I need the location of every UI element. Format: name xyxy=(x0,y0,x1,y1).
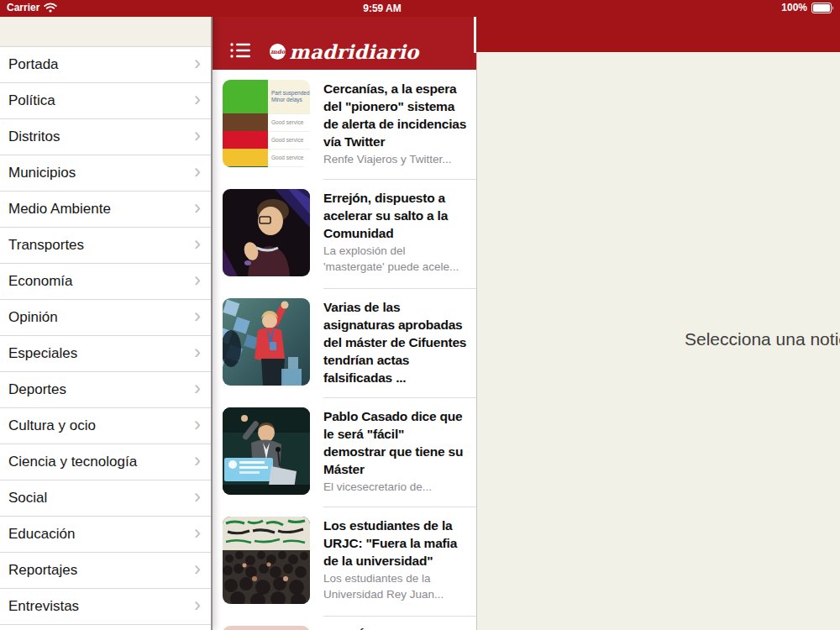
news-item-cifuentes[interactable]: Varias de las asignaturas aprobadas del … xyxy=(213,288,476,397)
news-thumbnail-errejon-photo xyxy=(223,189,310,276)
chevron-right-icon: › xyxy=(194,378,201,398)
sidebar-item-label: Distritos xyxy=(8,129,194,145)
rail-status-label: Minor delays xyxy=(271,97,310,104)
news-item-errejon[interactable]: Errejón, dispuesto a acelerar su salto a… xyxy=(213,179,476,288)
sidebar-item-7[interactable]: Opinión › xyxy=(0,300,211,336)
clock-time: 9:59 AM xyxy=(363,3,402,14)
rail-line-green xyxy=(223,80,268,113)
news-subtitle: Renfe Viajeros y Twitter... xyxy=(323,151,468,167)
sidebar-item-label: Social xyxy=(8,490,194,507)
sidebar-item-label: Deportes xyxy=(8,381,194,398)
chevron-right-icon: › xyxy=(194,306,201,326)
sidebar-item-3[interactable]: Municipios › xyxy=(0,155,211,192)
rail-status-label: Good service xyxy=(271,119,310,127)
chevron-right-icon: › xyxy=(194,161,201,181)
sidebar-menu: Portada › Política › Distritos › Municip… xyxy=(0,47,211,625)
chevron-right-icon: › xyxy=(194,197,201,218)
news-list: Part suspended Minor delays Good service… xyxy=(213,70,476,630)
sidebar-item-label: Cultura y ocio xyxy=(8,417,194,434)
news-thumbnail-urjc-protest-photo xyxy=(223,517,310,604)
wifi-icon xyxy=(44,3,57,13)
chevron-right-icon: › xyxy=(194,342,201,362)
news-title: Pablo Casado dice que le será "fácil" de… xyxy=(323,407,468,478)
news-title: Los estudiantes de la URJC: "Fuera la ma… xyxy=(323,517,468,570)
news-title: Errejón, dispuesto a acelerar su salto a… xyxy=(323,189,468,242)
rail-line-brown xyxy=(223,113,268,131)
sections-sidebar: Portada › Política › Distritos › Municip… xyxy=(0,17,213,630)
sidebar-item-9[interactable]: Deportes › xyxy=(0,372,211,408)
news-item-casado[interactable]: Pablo Casado dice que le será "fácil" de… xyxy=(213,397,476,507)
sidebar-item-label: Política xyxy=(8,92,194,109)
sidebar-item-label: Reportajes xyxy=(8,562,194,579)
rail-status-label: Good service xyxy=(271,155,310,162)
news-item-urjc[interactable]: Los estudiantes de la URJC: "Fuera la ma… xyxy=(213,507,476,616)
chevron-right-icon: › xyxy=(194,53,201,73)
sidebar-item-13[interactable]: Educación › xyxy=(0,517,211,553)
battery-percent-label: 100% xyxy=(781,2,807,13)
news-thumbnail-casado-photo xyxy=(223,407,310,495)
logo-badge-icon: mdo xyxy=(270,44,286,60)
sidebar-item-label: Transportes xyxy=(8,237,194,254)
sidebar-item-0[interactable]: Portada › xyxy=(0,47,211,83)
sidebar-item-2[interactable]: Distritos › xyxy=(0,119,211,155)
chevron-right-icon: › xyxy=(194,450,201,470)
logo-text: madridiario xyxy=(289,40,418,63)
app-logo: mdo madridiario xyxy=(270,40,418,63)
sidebar-item-1[interactable]: Política › xyxy=(0,83,211,119)
sidebar-item-4[interactable]: Medio Ambiente › xyxy=(0,192,211,228)
news-item-cercanias[interactable]: Part suspended Minor delays Good service… xyxy=(213,70,476,179)
news-thumbnail-rail-status: Part suspended Minor delays Good service… xyxy=(223,80,310,167)
rail-line-yellow xyxy=(223,149,268,166)
detail-header xyxy=(476,17,840,52)
chevron-right-icon: › xyxy=(194,595,201,615)
rail-line-red xyxy=(223,131,268,149)
detail-placeholder-text: Selecciona una noticia xyxy=(685,329,840,349)
sections-menu-button[interactable] xyxy=(229,41,253,61)
sidebar-item-12[interactable]: Social › xyxy=(0,480,211,517)
news-thumbnail-circular-portrait xyxy=(223,626,310,630)
chevron-right-icon: › xyxy=(194,270,201,290)
sidebar-item-label: Entrevistas xyxy=(8,598,194,615)
news-subtitle: Los estudiantes de la Universidad Rey Ju… xyxy=(323,570,468,602)
sidebar-item-label: Educación xyxy=(8,526,194,543)
rail-line-darkgreen xyxy=(223,166,268,167)
sidebar-item-label: Especiales xyxy=(8,345,194,362)
header-divider xyxy=(474,17,476,53)
list-menu-icon xyxy=(230,42,252,59)
news-thumbnail-cifuentes-photo xyxy=(223,298,310,386)
sidebar-top-spacer xyxy=(0,17,211,47)
chevron-right-icon: › xyxy=(194,234,201,254)
news-list-panel: mdo madridiario Part suspended Minor del… xyxy=(213,17,476,630)
battery-icon xyxy=(811,3,834,13)
sidebar-item-11[interactable]: Ciencia y tecnología › xyxy=(0,444,211,480)
detail-pane: Selecciona una noticia xyxy=(476,17,840,630)
sidebar-item-8[interactable]: Especiales › xyxy=(0,336,211,372)
chevron-right-icon: › xyxy=(194,89,201,109)
sidebar-item-10[interactable]: Cultura y ocio › xyxy=(0,408,211,444)
news-title: Cercanías, a la espera del "pionero" sis… xyxy=(323,80,468,150)
carrier-label: Carrier xyxy=(7,2,39,13)
sidebar-item-label: Medio Ambiente xyxy=(8,201,194,218)
sidebar-item-label: Opinión xyxy=(8,309,194,326)
chevron-right-icon: › xyxy=(194,486,201,507)
sidebar-item-5[interactable]: Transportes › xyxy=(0,228,211,264)
news-list-header: mdo madridiario xyxy=(213,17,476,70)
sidebar-item-label: Municipios xyxy=(8,165,194,181)
sidebar-item-label: Economía xyxy=(8,273,194,290)
sidebar-item-label: Ciencia y tecnología xyxy=(8,454,194,470)
sidebar-item-14[interactable]: Reportajes › xyxy=(0,553,211,589)
rail-status-label: Part suspended xyxy=(271,90,310,97)
chevron-right-icon: › xyxy=(194,125,201,145)
column-separator xyxy=(476,52,477,630)
news-item-tal-dia-como-hoy[interactable]: TAL DÍA COMO HOY... xyxy=(213,616,476,630)
news-title: TAL DÍA COMO HOY... xyxy=(323,626,455,630)
sidebar-item-label: Portada xyxy=(8,56,194,73)
sidebar-item-15[interactable]: Entrevistas › xyxy=(0,589,211,625)
chevron-right-icon: › xyxy=(194,522,201,543)
chevron-right-icon: › xyxy=(194,559,201,579)
news-title: Varias de las asignaturas aprobadas del … xyxy=(323,298,468,386)
chevron-right-icon: › xyxy=(194,414,201,434)
sidebar-item-6[interactable]: Economía › xyxy=(0,264,211,300)
status-bar: Carrier 9:59 AM 100% xyxy=(0,0,840,17)
news-subtitle: La explosión del 'mastergate' puede acel… xyxy=(323,243,468,275)
